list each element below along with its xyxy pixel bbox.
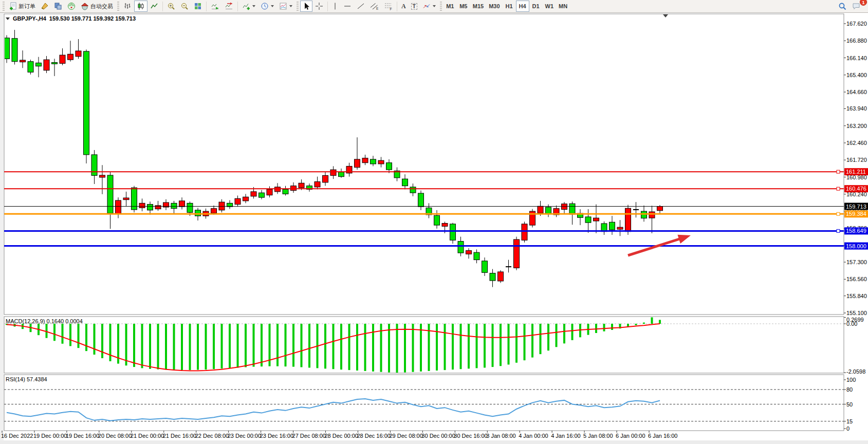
rsi-label: RSI(14) 57.4384 xyxy=(6,376,47,382)
candle xyxy=(641,211,647,218)
macd-axis-label: 0.00 xyxy=(846,321,857,327)
text-label-icon: T xyxy=(411,3,417,10)
equidistant-channel-icon: E xyxy=(370,2,379,10)
chart-canvas[interactable]: 167.620166.880166.140165.400164.660163.9… xyxy=(0,13,868,444)
candle-chart-button[interactable] xyxy=(134,1,147,12)
toolbar-grip[interactable] xyxy=(117,2,119,11)
horizontal-line-icon xyxy=(343,2,352,10)
candle xyxy=(410,187,416,193)
timeframe-D1[interactable]: D1 xyxy=(529,1,543,12)
toolbar-grip[interactable] xyxy=(297,2,299,11)
vline-tool-button[interactable] xyxy=(329,1,341,12)
line-handle[interactable] xyxy=(837,170,840,173)
auto-scroll-button[interactable] xyxy=(208,1,222,12)
candle xyxy=(68,54,73,60)
line-handle[interactable] xyxy=(837,229,840,232)
chart-title: GBPJPY-,H4 159.530 159.771 159.392 159.7… xyxy=(6,15,136,22)
chart-shift-button[interactable] xyxy=(222,1,236,12)
signals-button[interactable] xyxy=(65,1,78,12)
crosshair-tool-button[interactable] xyxy=(312,1,326,12)
candle xyxy=(20,60,26,62)
candle xyxy=(44,60,49,70)
time-axis-label: 4 Jan 00:00 xyxy=(519,433,548,439)
candle xyxy=(323,175,328,182)
timeframe-M30[interactable]: M30 xyxy=(486,1,502,12)
timeframe-M1[interactable]: M1 xyxy=(444,1,457,12)
candle xyxy=(610,222,615,230)
fibonacci-icon: F xyxy=(384,2,393,10)
price-axis-label: 165.400 xyxy=(846,72,867,78)
indicators-icon xyxy=(242,2,250,10)
price-badge-label: 158.649 xyxy=(846,228,866,234)
candle xyxy=(490,273,495,281)
time-axis-label: 5 Jan 08:00 xyxy=(583,433,613,439)
periods-button[interactable] xyxy=(258,1,276,12)
trendline-tool-button[interactable] xyxy=(354,1,367,12)
line-handle[interactable] xyxy=(837,212,840,215)
timeframe-H1[interactable]: H1 xyxy=(503,1,516,12)
search-button[interactable] xyxy=(836,1,849,12)
fibonacci-tool-button[interactable]: F xyxy=(381,1,395,12)
templates-button[interactable] xyxy=(276,1,295,12)
timeframe-H4[interactable]: H4 xyxy=(516,1,529,12)
time-axis-label: 23 Dec 16:00 xyxy=(260,433,293,439)
time-axis-label: 4 Jan 16:00 xyxy=(551,433,581,439)
price-axis-label: 157.300 xyxy=(846,259,867,265)
candle xyxy=(371,159,376,164)
zoom-out-button[interactable] xyxy=(178,1,191,12)
timeframe-W1[interactable]: W1 xyxy=(543,1,557,12)
channel-tool-button[interactable]: E xyxy=(367,1,381,12)
text-icon: A xyxy=(401,3,406,10)
symbol-dropdown-icon[interactable] xyxy=(6,17,10,20)
candle xyxy=(625,208,631,231)
notification-badge[interactable]: 1 xyxy=(860,0,867,6)
macd-label: MACD(12,26,9) 0.1640 0.0004 xyxy=(6,318,83,324)
candle xyxy=(418,193,424,207)
chevron-down-icon xyxy=(433,5,436,7)
tile-windows-button[interactable] xyxy=(191,1,205,12)
candle xyxy=(562,204,567,210)
chart-window[interactable]: 167.620166.880166.140165.400164.660163.9… xyxy=(0,13,868,444)
candle xyxy=(514,239,520,268)
zoom-in-button[interactable] xyxy=(164,1,178,12)
timeframe-M15[interactable]: M15 xyxy=(470,1,486,12)
timeframe-M5[interactable]: M5 xyxy=(457,1,470,12)
line-chart-button[interactable] xyxy=(147,1,161,12)
clock-icon xyxy=(261,2,269,10)
candle xyxy=(594,218,599,221)
hline-tool-button[interactable] xyxy=(341,1,354,12)
bar-chart-button[interactable] xyxy=(121,1,134,12)
toolbar-grip[interactable] xyxy=(3,2,5,11)
candle xyxy=(474,252,479,260)
candle xyxy=(219,202,225,210)
label-tool-button[interactable]: T xyxy=(409,1,420,12)
time-axis-label: 27 Dec 08:00 xyxy=(292,433,326,439)
zoom-in-icon xyxy=(167,2,175,10)
price-axis-label: 163.940 xyxy=(846,105,867,112)
search-icon xyxy=(838,2,847,11)
new-order-button[interactable]: 新订单 xyxy=(6,1,38,12)
cursor-tool-button[interactable] xyxy=(300,1,312,12)
timeframe-toolbar: M1M5M15M30H1H4D1W1MN xyxy=(444,1,570,12)
candle xyxy=(179,201,185,207)
price-badge-label: 159.713 xyxy=(846,203,866,210)
arrows-tool-button[interactable] xyxy=(420,1,438,12)
chart-title-symbol: GBPJPY-,H4 xyxy=(13,15,46,22)
candle xyxy=(195,210,201,216)
price-axis-label: 166.140 xyxy=(846,55,867,61)
text-tool-button[interactable]: A xyxy=(399,1,409,12)
market-watch-button[interactable] xyxy=(51,1,65,12)
candle xyxy=(84,51,89,155)
line-handle[interactable] xyxy=(837,187,840,190)
candle xyxy=(147,205,153,210)
chart-title-ohlc: 159.530 159.771 159.392 159.713 xyxy=(49,15,136,22)
main-toolbar: 新订单 自动交易 xyxy=(0,0,868,13)
chart-wizard-button[interactable] xyxy=(38,1,51,12)
rsi-axis-label: 0 xyxy=(846,425,849,432)
indicators-button[interactable] xyxy=(239,1,258,12)
toolbar-grip[interactable] xyxy=(440,2,442,11)
timeframe-MN[interactable]: MN xyxy=(556,1,570,12)
auto-trading-button[interactable]: 自动交易 xyxy=(78,1,116,12)
candle xyxy=(259,193,265,197)
candle xyxy=(187,203,193,212)
